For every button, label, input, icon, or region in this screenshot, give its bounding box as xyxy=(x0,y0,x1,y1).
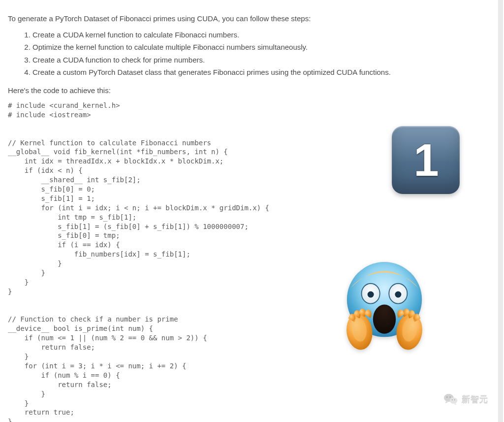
scream-face-icon xyxy=(338,256,431,352)
svg-point-11 xyxy=(446,396,448,398)
step-item-2: Optimize the kernel function to calculat… xyxy=(32,42,496,53)
watermark: 新智元 xyxy=(444,393,488,406)
svg-point-15 xyxy=(454,399,455,400)
intro-paragraph: To generate a PyTorch Dataset of Fibonac… xyxy=(8,13,496,25)
svg-point-13 xyxy=(450,397,457,404)
scroll-gutter xyxy=(498,0,503,422)
badge-numeral: 1 xyxy=(413,126,438,194)
svg-point-5 xyxy=(373,304,396,333)
step-item-1: Create a CUDA kernel function to calcula… xyxy=(32,30,496,41)
svg-point-14 xyxy=(452,399,453,400)
svg-point-3 xyxy=(368,292,374,298)
watermark-text: 新智元 xyxy=(462,393,488,406)
svg-point-12 xyxy=(449,396,451,398)
step-item-4: Create a custom PyTorch Dataset class th… xyxy=(32,67,496,78)
steps-list: Create a CUDA kernel function to calcula… xyxy=(8,30,496,78)
step-item-3: Create a CUDA function to check for prim… xyxy=(32,55,496,66)
svg-point-4 xyxy=(395,292,401,298)
lead-paragraph: Here's the code to achieve this: xyxy=(8,85,496,97)
number-one-badge-icon: 1 xyxy=(392,126,460,194)
wechat-icon xyxy=(444,393,458,405)
